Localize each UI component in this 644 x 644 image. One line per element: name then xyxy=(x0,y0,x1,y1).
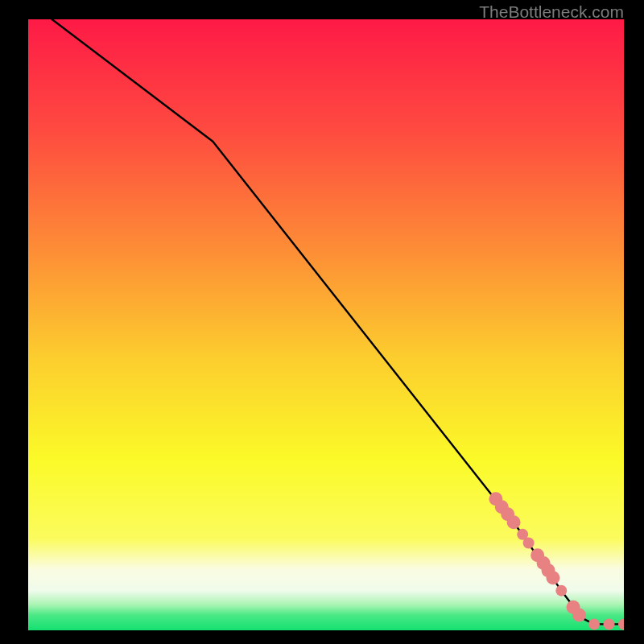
curve-layer xyxy=(28,19,624,630)
chart-frame: TheBottleneck.com xyxy=(0,0,644,644)
plot-area xyxy=(28,19,624,630)
